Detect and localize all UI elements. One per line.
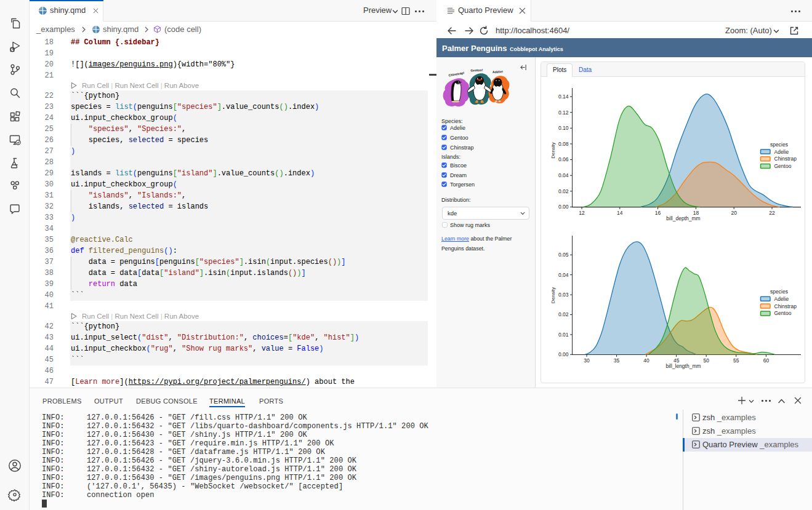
svg-text:0.02: 0.02 [558,311,569,317]
svg-text:16: 16 [655,210,661,216]
svg-text:55: 55 [733,357,739,364]
svg-text:30: 30 [584,357,590,364]
svg-text:60: 60 [763,357,770,364]
svg-text:0.05: 0.05 [558,252,569,258]
svg-text:Adélie!: Adélie! [492,70,504,74]
svg-text:0.03: 0.03 [558,292,569,298]
svg-text:50: 50 [703,357,709,364]
svg-text:0.10: 0.10 [558,125,569,131]
svg-text:35: 35 [614,357,620,364]
svg-text:Chinstrap: Chinstrap [774,156,797,162]
svg-text:0.00: 0.00 [558,351,569,357]
svg-text:22: 22 [769,210,775,216]
svg-text:0.04: 0.04 [558,272,569,278]
svg-text:0.12: 0.12 [558,110,569,116]
svg-text:Gentoo: Gentoo [774,310,792,316]
svg-text:Chinstrap!: Chinstrap! [448,71,465,77]
svg-text:Chinstrap: Chinstrap [774,303,797,309]
svg-text:0.14: 0.14 [558,94,569,100]
svg-text:40: 40 [643,357,649,364]
svg-text:species: species [770,289,788,295]
svg-text:0.04: 0.04 [558,172,569,178]
svg-text:Gentoo!: Gentoo! [470,68,483,72]
svg-text:12: 12 [579,210,585,216]
svg-text:Gentoo: Gentoo [774,163,792,169]
svg-text:0.02: 0.02 [558,188,569,194]
svg-text:0.06: 0.06 [558,156,569,162]
svg-text:bill_length_mm: bill_length_mm [665,363,701,369]
svg-text:species: species [770,141,788,148]
svg-text:Density: Density [550,287,556,304]
svg-text:0.00: 0.00 [558,204,569,210]
svg-text:14: 14 [617,210,623,216]
svg-text:bill_depth_mm: bill_depth_mm [666,215,700,221]
svg-text:0.01: 0.01 [558,332,569,338]
svg-text:Density: Density [550,142,556,159]
svg-text:Adelie: Adelie [774,296,789,302]
svg-text:0.08: 0.08 [558,141,569,147]
svg-text:Adelie: Adelie [774,149,789,155]
svg-text:20: 20 [731,210,737,216]
